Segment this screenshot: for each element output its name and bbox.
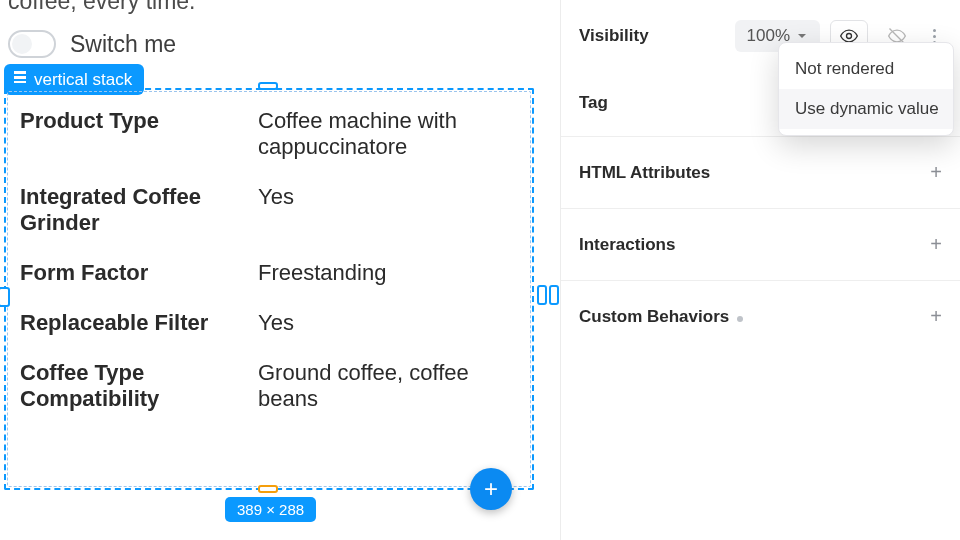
switch-label: Switch me [70, 31, 176, 58]
switch-row: Switch me [8, 30, 176, 58]
spec-val: Yes [258, 184, 520, 236]
popover-item-not-rendered[interactable]: Not rendered [779, 49, 953, 89]
section-label: Custom Behaviors [579, 307, 743, 327]
chevron-down-icon [796, 30, 808, 42]
tag-label: Tag [579, 93, 608, 113]
resize-handle-top[interactable] [258, 82, 278, 90]
resize-handle-right[interactable] [536, 287, 560, 303]
page-text-fragment: coffee, every time. [8, 0, 196, 15]
plus-icon[interactable]: + [930, 233, 942, 256]
spec-grid: Product Type Coffee machine with cappucc… [20, 108, 520, 412]
section-label: Interactions [579, 235, 675, 255]
svg-point-3 [847, 34, 852, 39]
spec-key: Form Factor [20, 260, 258, 286]
popover-item-use-dynamic-value[interactable]: Use dynamic value [779, 89, 953, 129]
switch-toggle[interactable] [8, 30, 56, 58]
stack-vertical-icon [12, 69, 28, 90]
section-interactions[interactable]: Interactions + [579, 215, 942, 274]
spec-key: Replaceable Filter [20, 310, 258, 336]
indicator-dot-icon [737, 316, 743, 322]
resize-handle-bottom[interactable] [258, 485, 278, 493]
section-custom-behaviors[interactable]: Custom Behaviors + [579, 287, 942, 346]
spec-val: Coffee machine with cappuccinatore [258, 108, 520, 160]
plus-icon: + [484, 475, 498, 503]
svg-rect-0 [14, 71, 26, 74]
svg-rect-2 [14, 81, 26, 83]
add-element-button[interactable]: + [470, 468, 512, 510]
spec-key: Product Type [20, 108, 258, 160]
selection-type-label: vertical stack [34, 70, 132, 90]
spec-val: Yes [258, 310, 520, 336]
svg-rect-1 [14, 76, 26, 79]
spec-val: Freestanding [258, 260, 520, 286]
inspector-panel: Visibility 100% Tag Box <div> HTML Attri… [560, 0, 960, 540]
section-html-attributes[interactable]: HTML Attributes + [579, 143, 942, 202]
plus-icon[interactable]: + [930, 161, 942, 184]
design-canvas[interactable]: coffee, every time. Switch me vertical s… [0, 0, 560, 540]
visibility-label: Visibility [579, 26, 649, 46]
spec-key: Coffee Type Compatibility [20, 360, 258, 412]
section-label: HTML Attributes [579, 163, 710, 183]
plus-icon[interactable]: + [930, 305, 942, 328]
selection-dimensions-badge: 389 × 288 [225, 497, 316, 522]
spec-key: Integrated Coffee Grinder [20, 184, 258, 236]
resize-handle-left[interactable] [0, 287, 10, 307]
visibility-options-popover: Not rendered Use dynamic value [778, 42, 954, 136]
spec-val: Ground coffee, coffee beans [258, 360, 520, 412]
